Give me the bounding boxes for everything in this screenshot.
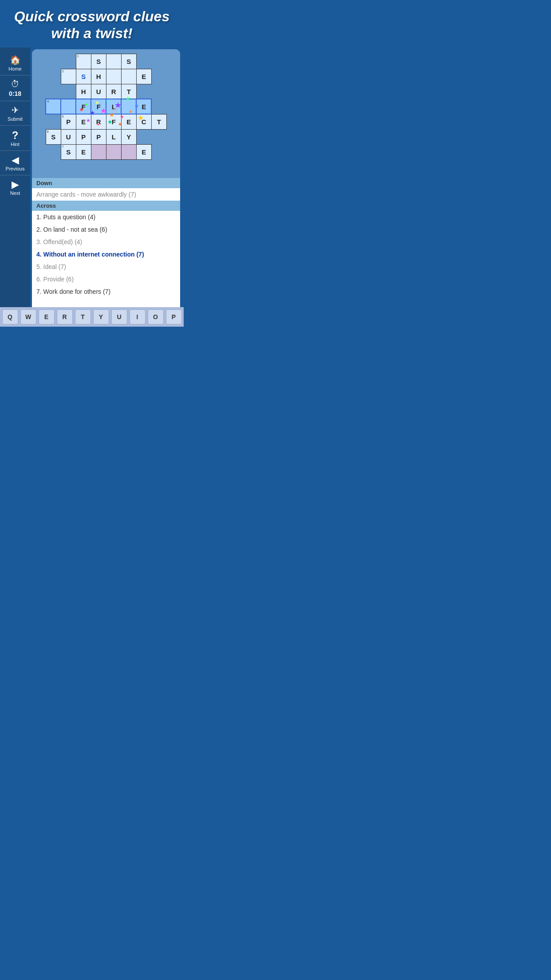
key-U[interactable]: U — [111, 309, 127, 324]
sidebar-item-home[interactable]: 🏠 Home — [0, 51, 30, 75]
clue-text: On land - not at sea (6) — [43, 226, 107, 233]
hint-icon: ? — [12, 129, 19, 142]
key-O[interactable]: O — [148, 309, 164, 324]
key-W[interactable]: W — [20, 309, 36, 324]
sidebar: 🏠 Home ⏱ 0:18 ✈ Submit ? Hint ◀ Previous… — [0, 47, 30, 327]
grid-cell[interactable]: F — [106, 114, 121, 129]
grid-cell[interactable]: E — [136, 69, 151, 84]
grid-cell — [46, 84, 61, 99]
app-title: Quick crossword clues with a twist! — [9, 8, 175, 42]
grid-cell — [151, 129, 166, 144]
key-R[interactable]: R — [57, 309, 73, 324]
grid-cell[interactable] — [121, 99, 136, 114]
clue-text: Ideal (7) — [43, 263, 66, 270]
grid-cell[interactable]: U — [61, 129, 76, 144]
grid-cell[interactable]: E — [121, 114, 136, 129]
sidebar-item-next[interactable]: ▶ Next — [0, 175, 30, 199]
grid-cell[interactable]: 7 S — [61, 144, 76, 159]
grid-cell[interactable]: E — [76, 114, 91, 129]
grid-cell[interactable]: L — [106, 99, 121, 114]
grid-cell[interactable]: P — [76, 129, 91, 144]
grid-cell[interactable]: U — [91, 84, 106, 99]
clue-text: Without an internet connection (7) — [43, 251, 144, 258]
key-P[interactable]: P — [166, 309, 182, 324]
grid-cell[interactable]: S — [121, 54, 136, 69]
grid-cell[interactable] — [106, 54, 121, 69]
grid-cell[interactable]: L — [106, 129, 121, 144]
submit-icon: ✈ — [12, 105, 19, 115]
clue-item-5[interactable]: 5. Ideal (7) — [32, 261, 180, 273]
previous-icon: ◀ — [12, 154, 19, 166]
grid-cell[interactable]: S — [76, 69, 91, 84]
grid-cell[interactable]: 5 P — [61, 114, 76, 129]
clue-number: 3. — [36, 238, 42, 245]
grid-cell[interactable] — [91, 144, 106, 159]
clue-item-3[interactable]: 3. Offend(ed) (4) — [32, 236, 180, 248]
grid-cell — [46, 114, 61, 129]
main-container: 🏠 Home ⏱ 0:18 ✈ Submit ? Hint ◀ Previous… — [0, 47, 184, 327]
down-clue[interactable]: Arrange cards - move awkwardly (7) — [32, 188, 180, 201]
clues-area: Down Arrange cards - move awkwardly (7) … — [32, 178, 180, 327]
key-E[interactable]: E — [39, 309, 55, 324]
grid-cell[interactable]: T — [121, 84, 136, 99]
grid-cell[interactable]: E — [136, 144, 151, 159]
next-label: Next — [10, 190, 20, 196]
clue-text: Offend(ed) (4) — [43, 238, 83, 245]
hint-label: Hint — [11, 142, 20, 147]
clue-item-6[interactable]: 6. Provide (6) — [32, 273, 180, 285]
grid-cell[interactable]: H — [91, 69, 106, 84]
sidebar-item-timer: ⏱ 0:18 — [0, 75, 30, 101]
grid-cell — [61, 84, 76, 99]
header: Quick crossword clues with a twist! — [0, 0, 184, 47]
grid-cell[interactable]: E — [76, 144, 91, 159]
clue-text: Work done for others (7) — [43, 288, 110, 295]
key-T[interactable]: T — [75, 309, 91, 324]
grid-cell[interactable]: T — [151, 114, 166, 129]
crossword-wrapper: 1 S S — [35, 54, 177, 160]
grid-cell[interactable] — [106, 144, 121, 159]
key-Y[interactable]: Y — [93, 309, 109, 324]
sidebar-item-submit[interactable]: ✈ Submit — [0, 101, 30, 126]
clue-number: 4. — [36, 251, 42, 258]
grid-cell — [46, 69, 61, 84]
grid-cell[interactable]: 6 S — [46, 129, 61, 144]
clue-item-1[interactable]: 1. Puts a question (4) — [32, 211, 180, 223]
clue-number: 1. — [36, 213, 42, 221]
clue-number: 2. — [36, 226, 42, 233]
next-icon: ▶ — [12, 179, 19, 190]
clock-icon: ⏱ — [11, 79, 20, 89]
grid-cell[interactable]: 1 — [76, 54, 91, 69]
grid-cell[interactable]: C — [136, 114, 151, 129]
down-header: Down — [32, 178, 180, 188]
clue-item-2[interactable]: 2. On land - not at sea (6) — [32, 223, 180, 236]
crossword-grid: 1 S S — [45, 54, 167, 160]
grid-cell[interactable] — [121, 144, 136, 159]
grid-cell[interactable]: R — [91, 114, 106, 129]
clue-item-7[interactable]: 7. Work done for others (7) — [32, 285, 180, 298]
grid-cell[interactable]: 2 — [61, 69, 76, 84]
grid-cell[interactable] — [61, 99, 76, 114]
sidebar-item-previous[interactable]: ◀ Previous — [0, 151, 30, 175]
across-header: Across — [32, 201, 180, 211]
grid-area: 1 S S — [32, 49, 180, 178]
grid-cell[interactable]: R — [106, 84, 121, 99]
grid-cell[interactable]: F — [76, 99, 91, 114]
grid-cell[interactable]: E — [136, 99, 151, 114]
grid-cell[interactable]: S — [91, 54, 106, 69]
grid-cell[interactable]: 4 — [46, 99, 61, 114]
clue-text: Puts a question (4) — [43, 213, 96, 221]
grid-cell[interactable] — [106, 69, 121, 84]
sidebar-item-hint[interactable]: ? Hint — [0, 126, 30, 151]
grid-cell[interactable]: H — [76, 84, 91, 99]
home-icon: 🏠 — [10, 55, 21, 65]
grid-cell[interactable]: F — [91, 99, 106, 114]
previous-label: Previous — [6, 166, 25, 171]
key-I[interactable]: I — [130, 309, 146, 324]
grid-cell[interactable]: P — [91, 129, 106, 144]
home-label: Home — [8, 66, 21, 71]
grid-cell[interactable] — [121, 69, 136, 84]
grid-cell[interactable]: Y — [121, 129, 136, 144]
grid-cell — [136, 129, 151, 144]
key-Q[interactable]: Q — [2, 309, 18, 324]
clue-item-4[interactable]: 4. Without an internet connection (7) — [32, 248, 180, 261]
